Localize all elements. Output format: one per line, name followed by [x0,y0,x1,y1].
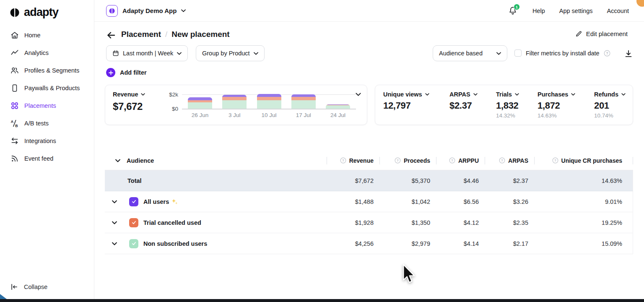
sidebar-item-profiles-segments[interactable]: Profiles & Segments [0,62,94,79]
sidebar-item-event-feed[interactable]: Event feed [0,150,94,167]
back-button[interactable] [106,30,116,40]
metric-dropdown[interactable]: Refunds [594,91,626,98]
chart-y-axis: $2k $0 [160,91,178,112]
bottom-segment [326,105,350,109]
help-circle-icon[interactable]: ? [340,157,346,164]
sidebar-collapse-button[interactable]: Collapse [10,283,47,291]
metric-label: Refunds [594,91,618,98]
app-settings-link[interactable]: App settings [559,8,593,14]
breadcrumb-separator: / [165,30,167,39]
cell-unique-cr: 15.09% [534,233,628,254]
chevron-down-icon [496,52,501,55]
bottom-segment [291,100,316,109]
middle-segment [291,97,316,100]
metric-dropdown[interactable]: Trials [496,91,519,98]
column-header-unique-cr-purchases[interactable]: ? Unique CR purchases [534,151,628,170]
sidebar-item-analytics[interactable]: Analytics [0,44,94,62]
bottom-segment [222,100,247,109]
add-filter-row: Add filter [94,66,644,85]
column-header-arpas[interactable]: ? ARPAS [485,151,534,170]
sidebar-item-integrations[interactable]: Integrations [0,132,94,150]
cell-arppu: $4.12 [436,212,485,233]
x-axis-tick-label: 26 Jun [188,112,212,118]
metric-label: Purchases [538,91,568,98]
help-circle-icon[interactable]: ? [552,157,558,164]
download-button[interactable] [624,49,633,58]
metric-trials: Trials 1,832 14.32% [496,91,519,119]
row-expand-chevron-icon[interactable] [107,242,122,245]
chevron-down-icon [141,93,145,96]
group-by-dropdown[interactable]: Group by Product [196,45,265,61]
app-logo-icon [106,5,118,17]
x-axis-tick-label: 3 Jul [222,112,247,118]
sidebar-item-ab-tests[interactable]: AB A/B tests [0,115,94,132]
pencil-icon [575,30,582,37]
row-expand-chevron-icon[interactable] [107,221,122,224]
notifications-button[interactable]: 1 [508,6,518,16]
help-circle-icon[interactable]: ? [604,50,610,57]
edit-placement-button[interactable]: Edit placement [575,30,628,37]
table-header-row: Audience ? Revenue ? Proceeds ? ARPPU ? … [105,151,633,170]
metric-dropdown[interactable]: Purchases [538,91,575,98]
adapty-logo-icon [9,7,20,18]
column-header-revenue[interactable]: ? Revenue [327,151,379,170]
metric-dropdown[interactable]: Unique views [383,91,429,98]
help-circle-icon[interactable]: ? [395,157,401,164]
table-row-non-subscribed: Non subscribed users $4,256 $2,979 $4.14… [105,233,633,254]
audience-table: Audience ? Revenue ? Proceeds ? ARPPU ? … [105,151,633,254]
sidebar-item-home[interactable]: Home [0,26,94,44]
column-header-arppu[interactable]: ? ARPPU [436,151,485,170]
svg-text:?: ? [397,159,399,162]
adapty-logo[interactable]: adapty [0,0,94,19]
topbar-actions: 1 Help App settings Account [508,6,629,16]
cell-arppu: $4.46 [436,170,485,191]
install-date-checkbox[interactable] [514,49,522,57]
audience-row-label: All users [143,198,169,205]
sidebar-item-placements[interactable]: Placements [0,97,94,115]
help-circle-icon[interactable]: ? [499,157,505,164]
sidebar-nav: Home Analytics Profiles & Segments Paywa… [0,26,94,167]
main-content: Placement / New placement Edit placement… [94,22,644,302]
revenue-total-value: $7,672 [113,101,145,112]
help-link[interactable]: Help [532,8,545,14]
filters-row: Last month | Week Group by Product Audie… [94,45,644,66]
row-checkbox-checked[interactable] [129,218,138,227]
page-title: New placement [171,30,229,39]
app-name: Adapty Demo App [122,7,177,14]
row-checkbox-checked[interactable] [129,197,138,206]
breadcrumb-parent[interactable]: Placement [121,30,161,39]
row-expand-chevron-icon[interactable] [107,200,122,203]
x-axis-tick-label: 24 Jul [326,112,350,118]
metric-value: 1,872 [538,100,575,111]
date-range-dropdown[interactable]: Last month | Week [106,45,188,61]
add-filter-button[interactable]: Add filter [106,68,147,77]
svg-text:A: A [10,120,13,124]
revenue-metric-dropdown[interactable]: Revenue [113,91,145,98]
app-selector[interactable]: Adapty Demo App [106,5,186,17]
metric-sub: 10.74% [594,112,626,119]
column-header-proceeds[interactable]: ? Proceeds [379,151,436,170]
sidebar-item-label: Home [24,32,41,39]
metric-dropdown[interactable]: ARPAS [449,91,478,98]
audience-row-label: Non subscribed users [143,240,207,247]
top-segment [257,94,281,97]
metric-value: $2.37 [449,100,478,111]
sidebar-item-label: Integrations [24,138,56,144]
help-circle-icon[interactable]: ? [449,157,455,164]
top-segment [291,94,316,97]
x-axis-tick-label: 10 Jul [257,112,281,118]
chevron-down-icon [515,93,519,96]
audience-mode-dropdown[interactable]: Audience based [433,45,507,61]
chart-card-expand-button[interactable] [356,93,361,96]
audience-column-header[interactable]: Audience [127,157,154,164]
event-feed-icon [10,154,19,163]
adapty-logo-text: adapty [24,6,58,19]
collapse-icon [10,283,18,291]
collapse-all-chevron-icon[interactable] [115,159,120,162]
sidebar-item-paywalls-products[interactable]: Paywalls & Products [0,79,94,97]
calendar-icon [112,50,119,57]
cell-arpas: $2.17 [485,233,534,254]
row-checkbox-checked[interactable] [129,239,138,248]
account-link[interactable]: Account [607,8,629,14]
metric-sub: 14.63% [538,112,575,119]
